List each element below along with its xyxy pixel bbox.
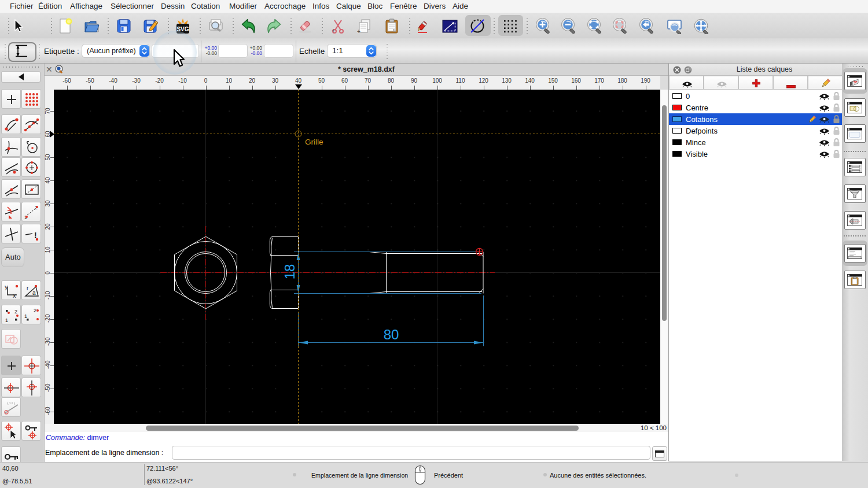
svg-text:a: a	[32, 290, 36, 296]
svg-text:80: 80	[384, 327, 399, 342]
svg-text:18: 18	[282, 264, 297, 280]
svg-text:1: 1	[24, 313, 27, 319]
svg-text:1: 1	[5, 317, 8, 323]
svg-text:+: +	[332, 28, 335, 34]
svg-text:r: r	[27, 285, 29, 291]
svg-text:x: x	[13, 292, 16, 299]
svg-text:Grille: Grille	[305, 138, 323, 146]
svg-text:2: 2	[34, 308, 36, 313]
svg-text:+: +	[357, 28, 361, 34]
svg-text:2: 2	[14, 309, 17, 315]
